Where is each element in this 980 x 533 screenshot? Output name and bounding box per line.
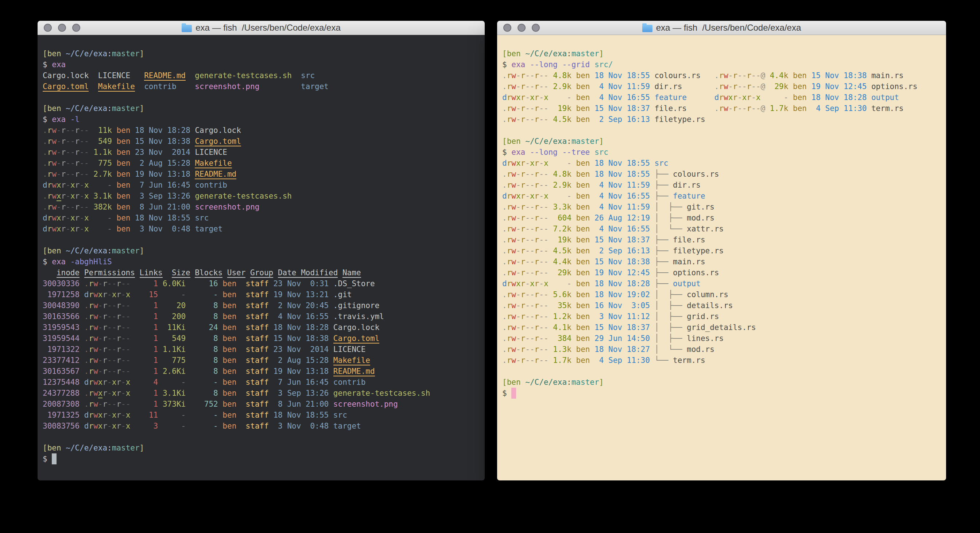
permission-char: - [107, 290, 112, 299]
size-char: 4 [553, 246, 558, 255]
output-line: .rw-r--r-- 775 ben 2 Aug 15:28 Makefile [43, 158, 480, 169]
permission-char: r [507, 235, 512, 244]
permission-char: x [98, 422, 103, 431]
size-char: 3 [562, 203, 567, 211]
text-segment [218, 356, 223, 365]
output-line: .rw-r--r-- 4.8k ben 18 Nov 18:55 colours… [502, 70, 941, 81]
permission-char: . [502, 312, 507, 321]
title-bar[interactable]: exa — fish /Users/ben/Code/exa/exa [38, 21, 485, 35]
permission-char: r [102, 389, 107, 397]
permission-char: w [93, 400, 98, 409]
text-segment [590, 104, 595, 113]
file-name: src [654, 159, 668, 168]
permission-char: - [107, 334, 112, 343]
size-char: . [558, 312, 562, 321]
prompt-bracket: ] [140, 49, 145, 58]
size-char [167, 301, 172, 310]
permission-char: . [502, 257, 507, 266]
group-name: staff [246, 422, 269, 431]
close-button-icon[interactable] [503, 24, 511, 32]
zoom-button-icon[interactable] [72, 24, 80, 32]
text-segment [241, 356, 246, 365]
size-char [103, 181, 108, 190]
permission-char: x [544, 159, 549, 168]
size-char: 1 [172, 323, 177, 332]
permission-char: - [544, 115, 549, 124]
text-segment [89, 126, 94, 135]
text-segment [190, 181, 195, 190]
text-segment [329, 356, 333, 365]
permission-char: r [75, 191, 80, 200]
file-name: grid_details.rs [687, 323, 756, 332]
permission-char: - [112, 279, 117, 288]
permission-char: r [507, 323, 512, 332]
inode-value: 30163566 [43, 312, 80, 321]
text-segment [571, 235, 576, 244]
text-segment [245, 268, 250, 277]
permission-char: r [535, 191, 539, 200]
prompt-bracket: [ [502, 378, 507, 386]
minimize-button-icon[interactable] [517, 24, 525, 32]
cursor-block[interactable] [511, 388, 516, 399]
permission-char: x [544, 191, 549, 200]
text-segment [158, 290, 163, 299]
size-char: - [107, 181, 112, 190]
output-line: Cargo.toml Makefile contrib screenshot.p… [43, 81, 480, 92]
minimize-button-icon[interactable] [58, 24, 66, 32]
permission-char: d [43, 181, 48, 190]
zoom-button-icon[interactable] [532, 24, 540, 32]
permission-char: - [539, 312, 544, 321]
permission-char [130, 367, 135, 376]
cursor-block[interactable] [52, 453, 57, 464]
permission-char: - [80, 159, 84, 168]
permission-char: - [544, 214, 549, 222]
permission-char: r [75, 181, 80, 190]
terminal-output-light[interactable]: [ben ~/C/e/exa:master]$ exa --long --gri… [497, 35, 946, 480]
text-segment [590, 148, 595, 156]
permission-char: r [48, 203, 52, 211]
terminal-output-dark[interactable]: [ben ~/C/e/exa:master]$ exaCargo.lock LI… [38, 35, 485, 480]
permission-char: - [80, 191, 84, 200]
permission-char: - [107, 400, 112, 409]
file-name: screenshot.png [333, 400, 398, 409]
permission-char: . [502, 345, 507, 354]
permission-char: . [43, 148, 48, 156]
permission-char: - [544, 334, 549, 343]
permission-char: x [112, 389, 117, 397]
text-segment [590, 235, 595, 244]
permission-char: r [102, 422, 107, 431]
text-segment: Makefile [98, 82, 135, 92]
title-bar[interactable]: exa — fish /Users/ben/Code/exa/exa [497, 21, 946, 35]
terminal-window-light: exa — fish /Users/ben/Code/exa/exa [ben … [497, 21, 946, 480]
permission-char: - [539, 191, 544, 200]
text-segment [61, 246, 66, 255]
permission-char: - [126, 323, 130, 332]
text-segment [650, 225, 655, 233]
permission-char: - [544, 268, 549, 277]
user-name: ben [223, 345, 241, 354]
permission-char: . [84, 356, 89, 365]
permission-char: r [535, 225, 539, 233]
text-segment [549, 93, 553, 102]
text-segment [269, 334, 274, 343]
user-name: ben [117, 203, 130, 211]
text-segment [549, 214, 553, 222]
text-segment [158, 400, 163, 409]
permission-char: - [516, 323, 521, 332]
date-modified: 4 Nov 16:55 [273, 312, 329, 321]
text-segment [158, 367, 163, 376]
prompt-colon: : [107, 444, 112, 452]
size-char: . [558, 181, 562, 190]
text-segment [241, 334, 246, 343]
text-segment [867, 93, 871, 102]
close-button-icon[interactable] [44, 24, 52, 32]
text-segment [269, 367, 274, 376]
user-name: ben [117, 170, 130, 179]
permission-char: - [107, 312, 112, 321]
size-char: k [107, 170, 112, 179]
text-segment [269, 378, 274, 386]
size-char: k [567, 312, 571, 321]
permission-char: - [98, 279, 103, 288]
output-line: .rw-r--r-- 5.6k ben 18 Nov 19:02 │ ├── c… [502, 289, 941, 300]
links-value: 1 [135, 345, 158, 354]
